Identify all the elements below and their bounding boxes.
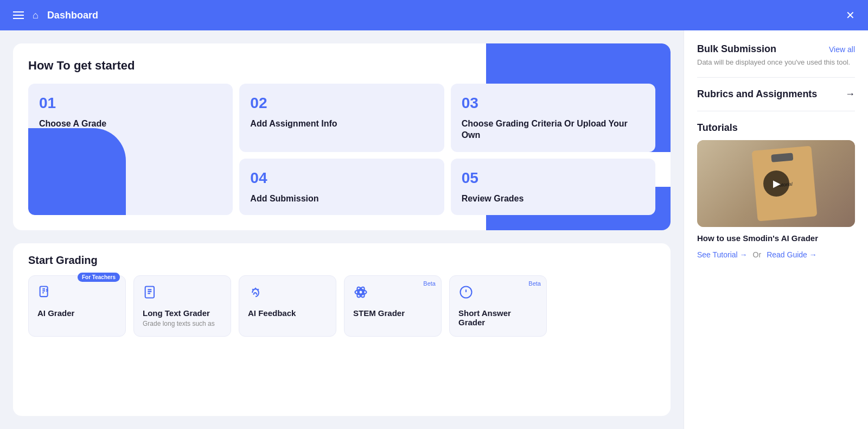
short-answer-beta-badge: Beta [528,280,541,287]
grading-card-ai-feedback[interactable]: AI Feedback [239,275,336,337]
grading-card-short-answer[interactable]: Beta Short Answer Grader [449,275,547,337]
bulk-submission-title: Bulk Submission [697,43,776,55]
tutorials-section: Tutorials Tutorial ▶ How to use Smodin's… [697,122,855,259]
tutorial-thumbnail[interactable]: Tutorial ▶ [697,140,855,227]
step-2-label: Add Assignment Info [250,118,433,130]
step-1-blob [28,128,126,215]
stem-icon [353,285,432,303]
ai-grader-label: AI Grader [37,308,117,318]
step-4-label: Add Submission [250,193,433,205]
tutorial-video-title: How to use Smodin's AI Grader [697,234,855,243]
header-title: Dashboard [47,10,98,21]
stem-label: STEM Grader [353,308,432,318]
ai-feedback-icon [248,285,327,303]
see-tutorial-link[interactable]: See Tutorial → [697,250,748,259]
rubrics-arrow: → [845,89,855,100]
for-teachers-badge: For Teachers [78,273,120,282]
read-guide-link[interactable]: Read Guide → [767,250,817,259]
start-grading-section: Start Grading For Teachers AI Grader Lon… [13,243,671,416]
play-button[interactable]: ▶ [763,171,789,197]
step-2-number: 02 [250,94,433,112]
steps-grid: 01 Choose A GradeType 02 Add Assignment … [28,84,655,215]
short-answer-icon [458,285,538,303]
long-text-label: Long Text Grader [143,308,222,318]
clipboard-top [771,153,793,162]
play-icon: ▶ [773,178,781,190]
header-left: ⌂ Dashboard [13,10,98,21]
ai-feedback-label: AI Feedback [248,308,327,318]
rubrics-section[interactable]: Rubrics and Assignments → [697,89,855,100]
step-3-label: Choose Grading Criteria Or Upload Your O… [462,118,644,141]
step-card-4[interactable]: 04 Add Submission [239,159,444,216]
short-answer-label: Short Answer Grader [458,308,538,327]
step-4-number: 04 [250,169,433,187]
home-icon[interactable]: ⌂ [33,10,39,21]
stem-beta-badge: Beta [423,280,436,287]
right-sidebar: Bulk Submission View all Data will be di… [684,30,868,429]
divider-2 [697,111,855,111]
step-card-5[interactable]: 05 Review Grades [451,159,655,216]
rubrics-title: Rubrics and Assignments [697,89,817,100]
long-text-icon [143,285,222,303]
tutorials-title: Tutorials [697,122,855,134]
grading-card-stem[interactable]: Beta STEM Grader [344,275,442,337]
bulk-submission-empty: Data will be displayed once you've used … [697,58,855,66]
grading-cards: For Teachers AI Grader Long Text Grader … [28,275,655,337]
tutorial-links: See Tutorial → Or Read Guide → [697,250,855,259]
close-icon[interactable]: ✕ [846,9,855,22]
divider-1 [697,77,855,78]
start-grading-title: Start Grading [28,254,655,267]
step-card-3[interactable]: 03 Choose Grading Criteria Or Upload You… [451,84,655,152]
svg-point-2 [359,291,363,294]
step-1-number: 01 [39,94,222,112]
step-3-number: 03 [462,94,644,112]
content-area: How To get started 01 Choose A GradeType… [0,30,684,429]
how-to-section: How To get started 01 Choose A GradeType… [13,43,671,230]
hamburger-icon[interactable] [13,11,24,19]
step-card-1[interactable]: 01 Choose A GradeType [28,84,233,215]
step-card-2[interactable]: 02 Add Assignment Info [239,84,444,152]
ai-grader-icon [37,285,117,303]
bulk-submission-section: Bulk Submission View all Data will be di… [697,43,855,66]
main-layout: How To get started 01 Choose A GradeType… [0,30,868,429]
view-all-link[interactable]: View all [829,45,855,54]
long-text-desc: Grade long texts such as [143,320,222,327]
bulk-submission-header: Bulk Submission View all [697,43,855,55]
step-5-number: 05 [462,169,644,187]
grading-card-long-text[interactable]: Long Text Grader Grade long texts such a… [133,275,231,337]
header: ⌂ Dashboard ✕ [0,0,868,30]
step-5-label: Review Grades [462,193,644,205]
svg-rect-1 [145,287,154,298]
grading-card-ai-grader[interactable]: For Teachers AI Grader [28,275,126,337]
tutorial-or: Or [753,250,762,259]
